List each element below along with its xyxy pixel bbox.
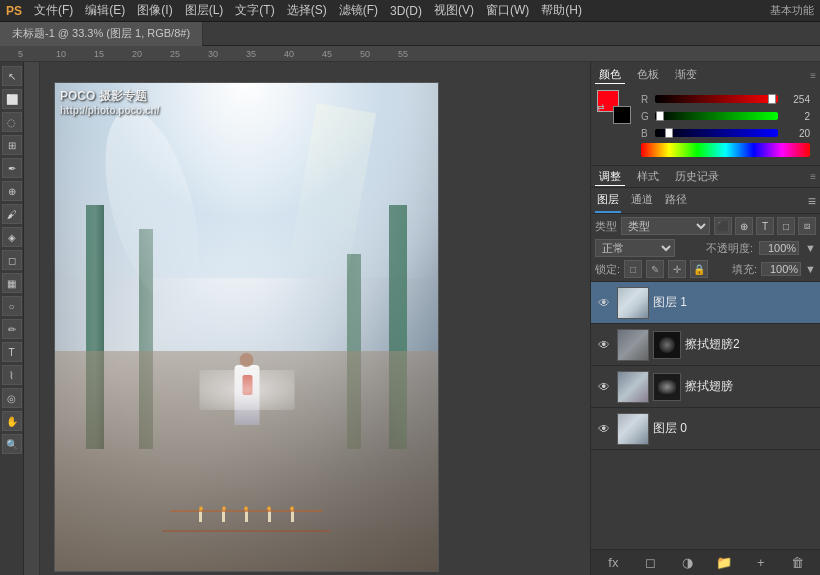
layer-eye-0[interactable]: 👁 [595, 294, 613, 312]
blend-opacity-row: 正常 不透明度: 100% ▼ [595, 239, 816, 257]
image-canvas[interactable]: POCO 摄影专题 http://photo.poco.cn/ [54, 82, 439, 572]
green-slider[interactable] [655, 112, 778, 120]
workspace-label[interactable]: 基本功能 [770, 3, 814, 18]
layer-name-0: 图层 1 [653, 294, 816, 311]
blend-mode-select[interactable]: 正常 [595, 239, 675, 257]
menu-item-text[interactable]: 文字(T) [235, 2, 274, 19]
tool-select[interactable]: ⬜ [2, 89, 22, 109]
menu-item-layer[interactable]: 图层(L) [185, 2, 224, 19]
tool-zoom[interactable]: 🔍 [2, 434, 22, 454]
color-panel-menu[interactable]: ≡ [810, 70, 816, 81]
tool-pen[interactable]: ✏ [2, 319, 22, 339]
filter-smart-icon[interactable]: ⧇ [798, 217, 816, 235]
layer-eye-1[interactable]: 👁 [595, 336, 613, 354]
fill-value[interactable]: 100% [761, 262, 801, 276]
app-name: PS [6, 4, 22, 18]
filter-select[interactable]: 类型 名称 效果 [621, 217, 710, 235]
filter-pixel-icon[interactable]: ⬛ [714, 217, 732, 235]
tool-lasso[interactable]: ◌ [2, 112, 22, 132]
menu-item-file[interactable]: 文件(F) [34, 2, 73, 19]
menu-item-window[interactable]: 窗口(W) [486, 2, 529, 19]
fill-label: 填充: [732, 262, 757, 277]
lock-pixels-btn[interactable]: ✎ [646, 260, 664, 278]
green-label: G [641, 111, 651, 122]
tab-color[interactable]: 颜色 [595, 66, 625, 84]
tool-hand[interactable]: ✋ [2, 411, 22, 431]
blue-slider[interactable] [655, 129, 778, 137]
canvas-area: POCO 摄影专题 http://photo.poco.cn/ [24, 62, 590, 575]
layer-eye-3[interactable]: 👁 [595, 420, 613, 438]
green-slider-row: G 2 [641, 109, 810, 123]
tool-path[interactable]: ⌇ [2, 365, 22, 385]
tab-history[interactable]: 历史记录 [671, 168, 723, 186]
tool-erase[interactable]: ◻ [2, 250, 22, 270]
filter-shape-icon[interactable]: □ [777, 217, 795, 235]
tool-brush[interactable]: 🖌 [2, 204, 22, 224]
lock-all-btn[interactable]: 🔒 [690, 260, 708, 278]
tab-adjustments[interactable]: 调整 [595, 168, 625, 186]
menu-item-help[interactable]: 帮助(H) [541, 2, 582, 19]
layer-fx-button[interactable]: fx [604, 554, 622, 572]
tool-gradient[interactable]: ▦ [2, 273, 22, 293]
menu-item-3d[interactable]: 3D(D) [390, 4, 422, 18]
layer-eye-2[interactable]: 👁 [595, 378, 613, 396]
layer-mask-button[interactable]: ◻ [641, 554, 659, 572]
document-tab[interactable]: 未标题-1 @ 33.3% (图层 1, RGB/8#) [0, 22, 203, 46]
layer-panel-menu-icon[interactable]: ≡ [808, 193, 816, 209]
menu-item-select[interactable]: 选择(S) [287, 2, 327, 19]
layer-item-1[interactable]: 👁 擦拭翅膀2 [591, 324, 820, 366]
menu-item-filter[interactable]: 滤镜(F) [339, 2, 378, 19]
filter-adjust-icon[interactable]: ⊕ [735, 217, 753, 235]
horizontal-ruler: 5 10 15 20 25 30 35 40 45 50 55 [0, 46, 820, 62]
tool-stamp[interactable]: ◈ [2, 227, 22, 247]
layer-panel: 图层 通道 路径 ≡ 类型 类型 名称 效果 ⬛ [591, 188, 820, 575]
layer-name-3: 图层 0 [653, 420, 816, 437]
tool-heal[interactable]: ⊕ [2, 181, 22, 201]
tab-layers[interactable]: 图层 [595, 188, 621, 213]
lock-position-btn[interactable]: ✛ [668, 260, 686, 278]
layer-thumb-3 [617, 413, 649, 445]
color-spectrum[interactable] [641, 143, 810, 157]
tool-move[interactable]: ↖ [2, 66, 22, 86]
tool-dodge[interactable]: ○ [2, 296, 22, 316]
watermark: POCO 摄影专题 http://photo.poco.cn/ [60, 88, 159, 116]
tab-paths[interactable]: 路径 [663, 188, 689, 213]
red-slider[interactable] [655, 95, 778, 103]
menu-item-image[interactable]: 图像(I) [137, 2, 172, 19]
adjustment-panel-menu[interactable]: ≡ [810, 171, 816, 182]
green-value: 2 [782, 111, 810, 122]
tool-text[interactable]: T [2, 342, 22, 362]
blue-label: B [641, 128, 651, 139]
layer-new-button[interactable]: + [752, 554, 770, 572]
background-color[interactable] [613, 106, 631, 124]
filter-text-icon[interactable]: T [756, 217, 774, 235]
layer-item-2[interactable]: 👁 擦拭翅膀 [591, 366, 820, 408]
ruler-numbers: 5 10 15 20 25 30 35 40 45 50 55 [18, 49, 436, 61]
layer-thumb-1 [617, 329, 649, 361]
layer-list: 👁 图层 1 👁 擦拭翅膀2 [591, 282, 820, 549]
opacity-arrow[interactable]: ▼ [805, 242, 816, 254]
tab-swatches[interactable]: 色板 [633, 66, 663, 84]
tab-channels[interactable]: 通道 [629, 188, 655, 213]
tool-3d[interactable]: ◎ [2, 388, 22, 408]
right-panels: 颜色 色板 渐变 ≡ ⇄ R [590, 62, 820, 575]
figure-wings [199, 370, 294, 410]
fill-arrow[interactable]: ▼ [805, 263, 816, 275]
opacity-value[interactable]: 100% [759, 241, 799, 255]
layer-item-3[interactable]: 👁 图层 0 [591, 408, 820, 450]
menu-item-view[interactable]: 视图(V) [434, 2, 474, 19]
layer-bottom-bar: fx ◻ ◑ 📁 + 🗑 [591, 549, 820, 575]
tool-eyedropper[interactable]: ✒ [2, 158, 22, 178]
tab-gradient[interactable]: 渐变 [671, 66, 701, 84]
layer-delete-button[interactable]: 🗑 [789, 554, 807, 572]
swap-colors-icon[interactable]: ⇄ [597, 102, 605, 112]
tab-styles[interactable]: 样式 [633, 168, 663, 186]
lock-transparent-btn[interactable]: □ [624, 260, 642, 278]
menu-item-edit[interactable]: 编辑(E) [85, 2, 125, 19]
layer-item-0[interactable]: 👁 图层 1 [591, 282, 820, 324]
tool-crop[interactable]: ⊞ [2, 135, 22, 155]
layer-group-button[interactable]: 📁 [715, 554, 733, 572]
menu-bar: PS 文件(F) 编辑(E) 图像(I) 图层(L) 文字(T) 选择(S) 滤… [0, 0, 820, 22]
layer-adjust-button[interactable]: ◑ [678, 554, 696, 572]
candles-row [189, 425, 304, 523]
